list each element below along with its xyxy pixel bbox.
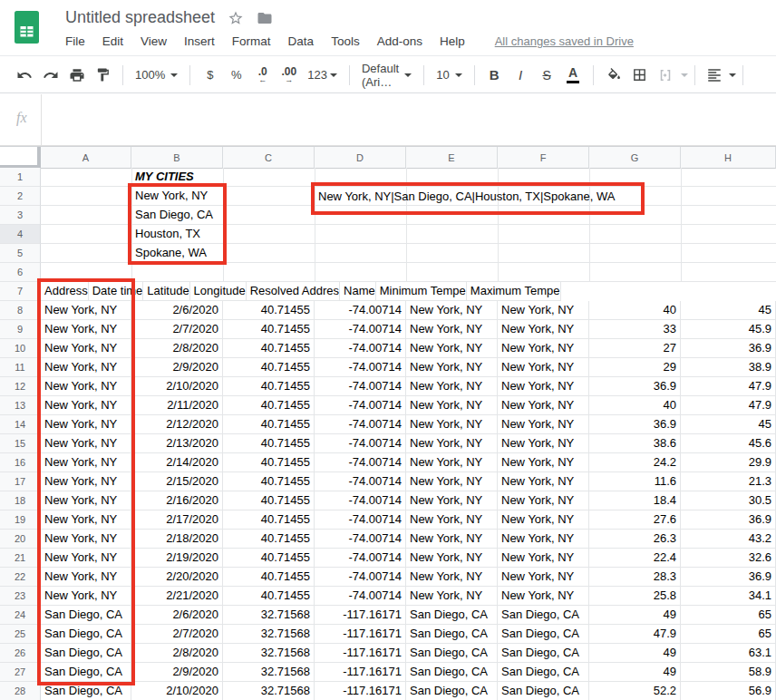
cell-latitude[interactable]: 40.71455 (223, 510, 315, 530)
cell-name[interactable]: New York, NY (498, 491, 589, 510)
cell-latitude[interactable]: 40.71455 (223, 301, 315, 320)
column-header[interactable]: F (498, 147, 589, 169)
cell-min-temp[interactable]: 11.6 (589, 472, 681, 491)
cell-address[interactable]: New York, NY (41, 434, 131, 453)
cell-resolved-address[interactable]: New York, NY (406, 377, 498, 396)
cell-latitude[interactable]: 40.71455 (223, 339, 315, 358)
header-cell[interactable]: Date time (89, 282, 144, 301)
cell-max-temp[interactable]: 32.6 (681, 549, 776, 568)
cell-address[interactable]: New York, NY (41, 377, 131, 396)
cell-min-temp[interactable]: 22.4 (589, 549, 681, 568)
row-header[interactable]: 2 (0, 187, 41, 206)
cell-datetime[interactable]: 2/11/2020 (131, 396, 223, 415)
cell-name[interactable]: San Diego, CA (498, 682, 589, 700)
cell-latitude[interactable]: 40.71455 (223, 587, 315, 606)
cell-latitude[interactable]: 40.71455 (223, 415, 315, 434)
cell-resolved-address[interactable]: New York, NY (406, 491, 498, 510)
borders-icon[interactable] (626, 63, 653, 88)
star-icon[interactable] (228, 10, 244, 26)
cell-resolved-address[interactable]: San Diego, CA (406, 682, 498, 700)
strikethrough-button[interactable]: S (534, 63, 560, 88)
cell-datetime[interactable]: 2/12/2020 (131, 415, 223, 434)
cell-resolved-address[interactable]: San Diego, CA (406, 644, 498, 663)
cell-name[interactable]: New York, NY (498, 530, 589, 549)
row-header[interactable]: 25 (0, 625, 41, 644)
column-header[interactable]: G (589, 147, 681, 169)
header-cell[interactable]: Address (41, 282, 89, 301)
cell-max-temp[interactable]: 36.9 (681, 510, 776, 530)
row-header[interactable]: 12 (0, 377, 41, 396)
cell-longitude[interactable]: -74.00714 (315, 320, 406, 339)
header-cell[interactable]: Latitude (143, 282, 189, 301)
cell-max-temp[interactable]: 56.9 (681, 682, 776, 700)
cell-datetime[interactable]: 2/13/2020 (131, 434, 223, 453)
cell-name[interactable]: New York, NY (498, 472, 589, 491)
cell-datetime[interactable]: 2/18/2020 (131, 530, 223, 549)
row-header[interactable]: 14 (0, 415, 41, 434)
cell-max-temp[interactable]: 58.9 (681, 663, 776, 682)
cell-resolved-address[interactable]: New York, NY (406, 415, 498, 434)
cell-resolved-address[interactable]: New York, NY (406, 549, 498, 568)
cell-min-temp[interactable]: 33 (589, 320, 681, 339)
cell-max-temp[interactable]: 21.3 (681, 472, 776, 491)
cell-max-temp[interactable]: 47.9 (681, 396, 776, 415)
cell-address[interactable]: New York, NY (41, 358, 131, 377)
format-percent-icon[interactable]: % (223, 63, 249, 88)
cell-max-temp[interactable]: 43.2 (681, 530, 776, 549)
font-family-select[interactable]: Default (Ari… (356, 63, 417, 88)
undo-icon[interactable] (11, 63, 37, 88)
cell-max-temp[interactable]: 45.9 (681, 320, 776, 339)
column-header[interactable]: E (406, 147, 498, 169)
cell-max-temp[interactable]: 38.9 (681, 358, 776, 377)
cell-address[interactable]: New York, NY (41, 396, 131, 415)
cell-latitude[interactable]: 40.71455 (223, 377, 315, 396)
sheets-logo-icon[interactable] (15, 11, 39, 44)
cell-address[interactable]: San Diego, CA (41, 644, 131, 663)
header-cell[interactable]: Resolved Addres (247, 282, 340, 301)
cell-resolved-address[interactable]: New York, NY (406, 472, 498, 491)
formula-bar[interactable]: fx (0, 94, 776, 146)
cell-latitude[interactable]: 40.71455 (223, 530, 315, 549)
cell-resolved-address[interactable]: San Diego, CA (406, 625, 498, 644)
row-header[interactable]: 15 (0, 434, 41, 453)
cell-max-temp[interactable]: 45.6 (681, 434, 776, 453)
cell-address[interactable]: New York, NY (41, 415, 131, 434)
cell-max-temp[interactable]: 63.1 (681, 644, 776, 663)
move-to-folder-icon[interactable] (257, 10, 273, 26)
cell-datetime[interactable]: 2/10/2020 (131, 682, 223, 700)
cell-max-temp[interactable]: 30.5 (681, 491, 776, 510)
header-cell[interactable]: Longitude (190, 282, 247, 301)
merge-cells-icon[interactable] (653, 63, 679, 88)
cell-address[interactable]: New York, NY (41, 453, 131, 472)
cell-address[interactable]: New York, NY (41, 587, 131, 606)
italic-button[interactable]: I (508, 63, 534, 88)
fill-color-icon[interactable] (600, 63, 626, 88)
row-header[interactable]: 22 (0, 568, 41, 587)
cell-longitude[interactable]: -74.00714 (315, 549, 406, 568)
row-header[interactable]: 13 (0, 396, 41, 415)
cell-max-temp[interactable]: 65 (681, 606, 776, 625)
cell-latitude[interactable]: 40.71455 (223, 453, 315, 472)
header-cell[interactable]: Minimum Tempe (376, 282, 467, 301)
cell-latitude[interactable]: 32.71568 (223, 606, 315, 625)
format-currency-icon[interactable]: $ (197, 63, 223, 88)
cell-min-temp[interactable]: 49 (589, 644, 681, 663)
cell-latitude[interactable]: 32.71568 (223, 625, 315, 644)
cell-min-temp[interactable]: 28.3 (589, 568, 681, 587)
cell-latitude[interactable]: 40.71455 (223, 396, 315, 415)
cell-name[interactable]: New York, NY (498, 587, 589, 606)
cell-resolved-address[interactable]: New York, NY (406, 339, 498, 358)
cell-longitude[interactable]: -74.00714 (315, 358, 406, 377)
cell-max-temp[interactable]: 36.9 (681, 568, 776, 587)
cell-name[interactable]: New York, NY (498, 320, 589, 339)
print-icon[interactable] (63, 63, 90, 88)
column-header[interactable]: D (315, 147, 406, 169)
row-header[interactable]: 7 (0, 282, 41, 301)
row-header[interactable]: 17 (0, 472, 41, 491)
cell-max-temp[interactable]: 45 (681, 415, 776, 434)
cell-datetime[interactable]: 2/20/2020 (131, 568, 223, 587)
chevron-down-icon[interactable] (681, 73, 688, 77)
cell-address[interactable]: New York, NY (41, 320, 131, 339)
cell-longitude[interactable]: -74.00714 (315, 415, 406, 434)
column-header[interactable]: C (223, 147, 315, 169)
